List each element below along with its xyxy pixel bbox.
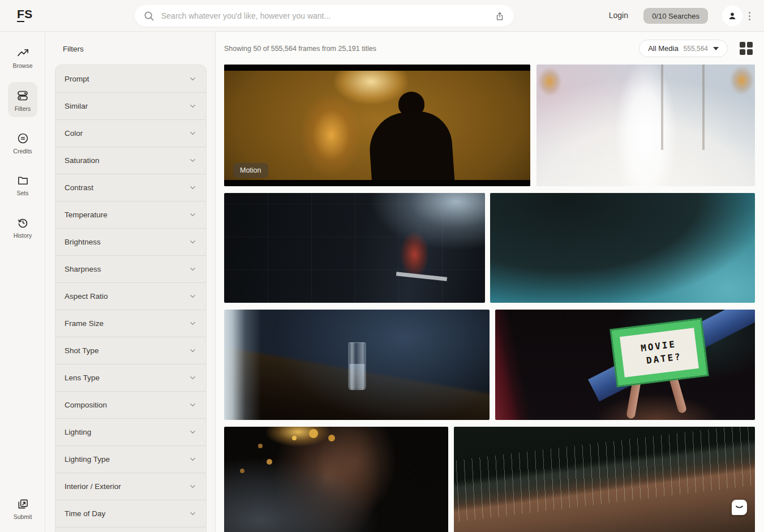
trending-up-icon	[16, 46, 29, 59]
chat-smile-icon	[735, 505, 744, 510]
filter-row[interactable]: Sharpness	[55, 255, 206, 282]
results-area: Showing 50 of 555,564 frames from 25,191…	[216, 32, 764, 532]
chevron-down-icon	[188, 374, 197, 382]
filter-row[interactable]: Interior / Exterior	[55, 473, 206, 500]
filters-accordion: PromptSimilarColorSaturationContrastTemp…	[55, 65, 207, 532]
filter-row[interactable]: Time of Day	[55, 500, 206, 527]
filter-row[interactable]: Color	[55, 119, 206, 147]
frame-thumbnail-4[interactable]	[490, 193, 755, 303]
sidebar-item-history[interactable]: History	[0, 216, 45, 239]
share-icon[interactable]	[495, 11, 505, 22]
decor	[292, 436, 297, 440]
media-dropdown-label: All Media	[648, 44, 678, 53]
filter-row[interactable]: Lighting	[55, 418, 206, 445]
folder-icon	[16, 174, 29, 187]
filter-row[interactable]: Shot Type	[55, 337, 206, 364]
frame-thumbnail-1[interactable]: Motion	[224, 65, 530, 186]
search-input[interactable]	[161, 11, 495, 20]
decor	[396, 272, 447, 281]
left-rail: Browse Filters Credits Sets History	[0, 32, 45, 532]
history-icon	[16, 216, 29, 229]
chat-launcher[interactable]	[732, 500, 747, 515]
decor	[348, 342, 366, 390]
caret-down-icon	[713, 47, 719, 50]
results-summary: Showing 50 of 555,564 frames from 25,191…	[224, 45, 376, 53]
filter-row[interactable]: Temperature	[55, 201, 206, 228]
chevron-down-icon	[188, 401, 197, 409]
filter-row[interactable]	[55, 527, 206, 532]
submit-icon	[16, 497, 29, 510]
silhouette-figure	[366, 92, 456, 186]
frame-thumbnail-7[interactable]	[224, 427, 448, 532]
media-type-dropdown[interactable]: All Media 555,564	[639, 40, 728, 57]
chevron-down-icon	[188, 238, 197, 246]
grid-view-icon[interactable]	[740, 42, 753, 55]
chevron-down-icon	[188, 346, 197, 355]
filter-row[interactable]: Lighting Type	[55, 445, 206, 473]
login-button[interactable]: Login	[609, 11, 628, 20]
searches-quota-badge[interactable]: 0/10 Searches	[643, 8, 708, 24]
filter-row[interactable]: Contrast	[55, 174, 206, 201]
brand-logo[interactable]: FS	[17, 7, 33, 21]
frame-thumbnail-3[interactable]	[224, 193, 485, 303]
frame-thumbnail-8[interactable]	[454, 427, 755, 532]
top-bar: FS Login 0/10 Searches	[0, 0, 764, 32]
avatar[interactable]	[722, 6, 742, 26]
chevron-down-icon	[188, 428, 197, 436]
filter-row[interactable]: Brightness	[55, 228, 206, 255]
sidebar-item-sets[interactable]: Sets	[0, 174, 45, 196]
filters-panel: Filters PromptSimilarColorSaturationCont…	[46, 32, 216, 532]
filter-row[interactable]: Frame Size	[55, 310, 206, 337]
chevron-down-icon	[188, 265, 197, 273]
chevron-down-icon	[188, 129, 197, 138]
frame-thumbnail-2[interactable]	[536, 65, 755, 186]
sidebar-item-browse[interactable]: Browse	[0, 46, 45, 69]
sidebar-item-credits[interactable]: Credits	[0, 132, 45, 155]
search-bar[interactable]	[135, 5, 514, 27]
coin-icon	[16, 132, 29, 145]
frame-grid: Motion MOVIE DATE?	[224, 65, 755, 532]
frame-thumbnail-6[interactable]: MOVIE DATE?	[495, 310, 755, 420]
frame-thumbnail-5[interactable]	[224, 310, 490, 420]
chevron-down-icon	[188, 102, 197, 110]
decor	[702, 65, 705, 150]
chevron-down-icon	[188, 292, 197, 301]
chevron-down-icon	[188, 482, 197, 491]
sliders-icon	[16, 89, 29, 102]
filters-panel-title: Filters	[63, 45, 84, 53]
search-icon	[144, 11, 154, 22]
chevron-down-icon	[188, 156, 197, 165]
overflow-menu-icon[interactable]	[746, 10, 753, 22]
chevron-down-icon	[188, 455, 197, 464]
filter-row[interactable]: Lens Type	[55, 364, 206, 391]
chevron-down-icon	[188, 75, 197, 83]
filter-row[interactable]: Saturation	[55, 147, 206, 174]
chevron-down-icon	[188, 183, 197, 192]
decor	[454, 427, 755, 524]
media-dropdown-count: 555,564	[684, 45, 708, 53]
motion-badge: Motion	[233, 163, 268, 178]
movie-date-sign: MOVIE DATE?	[612, 320, 707, 386]
filter-row[interactable]: Prompt	[55, 65, 206, 92]
filter-row[interactable]: Similar	[55, 92, 206, 119]
sidebar-item-submit[interactable]: Submit	[0, 497, 45, 520]
chevron-down-icon	[188, 319, 197, 328]
chevron-down-icon	[188, 509, 197, 518]
decor	[661, 65, 663, 150]
sidebar-item-filters[interactable]: Filters	[0, 89, 45, 112]
filter-row[interactable]: Composition	[55, 391, 206, 418]
filter-row[interactable]: Aspect Ratio	[55, 282, 206, 310]
chevron-down-icon	[188, 211, 197, 219]
user-icon	[727, 10, 738, 22]
